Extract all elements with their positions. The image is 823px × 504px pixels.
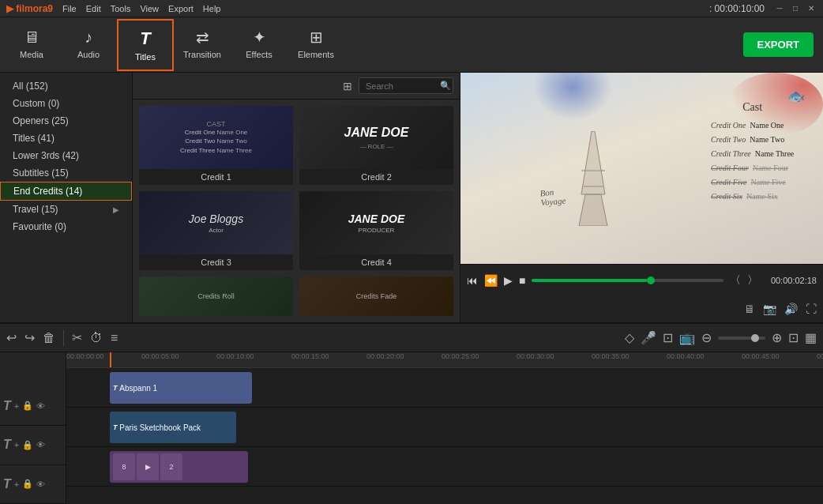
ruler-5: 00:00:25:00 (442, 352, 479, 360)
search-box: 🔍 (359, 77, 453, 94)
step-back-button[interactable]: ⏪ (484, 274, 498, 287)
track-1-add[interactable]: + (14, 401, 19, 411)
track-labels: T + 🔒 👁 T + 🔒 👁 T + 🔒 👁 (0, 352, 66, 504)
media-label: Media (20, 50, 43, 59)
main-area: All (152) Custom (0) Openers (25) Titles… (0, 73, 823, 322)
effects-icon: ✦ (253, 28, 266, 47)
toolbar-titles[interactable]: T Titles (117, 19, 174, 71)
ruler-7: 00:00:35:00 (592, 352, 629, 360)
toolbar-media[interactable]: 🖥 Media (3, 19, 60, 71)
redo-button[interactable]: ↪ (24, 330, 35, 345)
track-3-add[interactable]: + (14, 480, 19, 489)
keyframe-button[interactable]: ◇ (625, 330, 634, 345)
clip-paris[interactable]: T Paris Sketchbook Pack (110, 412, 236, 443)
preview-panel: Cast Credit One Name One Credit Two Name… (460, 73, 823, 322)
maximize-button[interactable]: □ (790, 3, 801, 14)
search-input[interactable] (366, 81, 437, 91)
ruler-2: 00:00:10:00 (216, 352, 254, 360)
track-3-eye[interactable]: 👁 (36, 480, 45, 489)
sidebar-item-all[interactable]: All (152) (0, 77, 132, 95)
search-icon: 🔍 (440, 81, 451, 91)
clip-abspann[interactable]: T Abspann 1 (110, 372, 252, 404)
minus-zoom-icon[interactable]: ⊖ (701, 330, 712, 345)
camera-icon[interactable]: 📷 (763, 303, 776, 315)
track-2-add[interactable]: + (14, 440, 19, 449)
credit-item-2[interactable]: JANE DOE — ROLE — Credit 2 (299, 106, 453, 185)
stop-button[interactable]: ■ (519, 274, 525, 287)
prev-frame-icon[interactable]: 〈 (730, 273, 741, 288)
credit-3-label: Credit 3 (139, 254, 293, 270)
next-frame-icon[interactable]: 〉 (747, 273, 758, 288)
ruler-1: 00:00:05:00 (141, 352, 179, 360)
clip-paris-label: Paris Sketchbook Pack (119, 423, 201, 432)
record-button[interactable]: ⊡ (663, 330, 673, 345)
credit-thumb-5: Credits Roll (139, 276, 293, 316)
credit-thumb-6: Credits Fade (299, 276, 453, 316)
menu-help[interactable]: Help (203, 4, 221, 13)
sidebar-item-endcredits[interactable]: End Credits (14) (0, 182, 132, 201)
credit-item-3[interactable]: Joe Bloggs Actor Credit 3 (139, 191, 293, 270)
separator-1 (63, 330, 64, 346)
playhead[interactable] (110, 352, 111, 367)
play-button[interactable]: ▶ (504, 274, 513, 287)
credit-thumb-2: JANE DOE — ROLE — (299, 106, 453, 169)
track-2-lock[interactable]: 🔒 (22, 440, 33, 450)
menu-tools[interactable]: Tools (111, 4, 131, 13)
minimize-button[interactable]: ─ (774, 3, 785, 14)
track-2-eye[interactable]: 👁 (36, 440, 45, 449)
ruler-4: 00:00:20:00 (366, 352, 404, 360)
toolbar-elements[interactable]: ⊞ Elements (287, 19, 344, 71)
credit-item-1[interactable]: CAST Credit One Name One Credit Two Name… (139, 106, 293, 185)
top-bar: ▶ filmora9 File Edit Tools View Export H… (0, 0, 823, 17)
ruler-10: 00:00:50:00 (817, 352, 823, 360)
delete-button[interactable]: 🗑 (43, 331, 55, 345)
close-button[interactable]: ✕ (806, 3, 817, 14)
track-1-eye[interactable]: 👁 (36, 401, 45, 411)
audio-label: Audio (77, 50, 100, 59)
grid-view-icon[interactable]: ⊞ (343, 80, 352, 92)
track-1-lock[interactable]: 🔒 (22, 401, 33, 411)
sidebar-item-subtitles[interactable]: Subtitles (15) (0, 164, 132, 182)
audio-settings-button[interactable]: ≡ (111, 331, 118, 345)
volume-icon[interactable]: 🔊 (784, 303, 798, 315)
preview-timeline[interactable] (532, 279, 723, 282)
chevron-right-icon: ▶ (113, 205, 119, 214)
menu-edit[interactable]: Edit (86, 4, 101, 13)
credit-2-label: Credit 2 (299, 169, 453, 185)
clip-countdown[interactable]: 8 ▶ 2 (110, 451, 248, 483)
track-3-lock[interactable]: 🔒 (22, 479, 33, 489)
rewind-button[interactable]: ⏮ (467, 274, 478, 287)
undo-button[interactable]: ↩ (6, 330, 17, 345)
mic-button[interactable]: 🎤 (641, 330, 656, 345)
sidebar-item-openers[interactable]: Openers (25) (0, 112, 132, 130)
cut-button[interactable]: ✂ (72, 330, 82, 345)
toolbar-audio[interactable]: ♪ Audio (60, 19, 117, 71)
content-grid: CAST Credit One Name One Credit Two Name… (133, 100, 460, 322)
panel-toggle-button[interactable]: ▦ (805, 330, 817, 345)
menu-export[interactable]: Export (168, 4, 194, 13)
credit-4-label: Credit 4 (299, 254, 453, 270)
sidebar-item-travel[interactable]: Travel (15) ▶ (0, 201, 132, 218)
timer-button[interactable]: ⏱ (90, 331, 103, 345)
sidebar-item-titles[interactable]: Titles (41) (0, 130, 132, 147)
sidebar-item-lower3rds[interactable]: Lower 3rds (42) (0, 147, 132, 164)
plus-zoom-icon[interactable]: ⊕ (772, 330, 782, 345)
toolbar-effects[interactable]: ✦ Effects (231, 19, 287, 71)
fullscreen-icon[interactable]: ⛶ (806, 303, 817, 315)
monitor-icon[interactable]: 🖥 (744, 303, 755, 315)
content-header: ⊞ 🔍 (133, 73, 460, 100)
sidebar-item-custom[interactable]: Custom (0) (0, 95, 132, 112)
sidebar-item-favourite[interactable]: Favourite (0) (0, 218, 132, 235)
export-button[interactable]: EXPORT (743, 32, 814, 57)
track-label-1: T + 🔒 👁 (0, 387, 66, 426)
menu-view[interactable]: View (140, 4, 159, 13)
clip-abspann-label: Abspann 1 (119, 384, 157, 393)
credit-item-4[interactable]: JANE DOE PRODUCER Credit 4 (299, 191, 453, 270)
credit-item-6[interactable]: Credits Fade (299, 276, 453, 316)
menu-file[interactable]: File (62, 4, 77, 13)
toolbar-transition[interactable]: ⇄ Transition (174, 19, 231, 71)
zoom-slider[interactable] (718, 337, 765, 340)
fit-timeline-button[interactable]: ⊡ (788, 330, 799, 345)
credit-item-5[interactable]: Credits Roll (139, 276, 293, 316)
screen-record-button[interactable]: 📺 (679, 330, 695, 345)
